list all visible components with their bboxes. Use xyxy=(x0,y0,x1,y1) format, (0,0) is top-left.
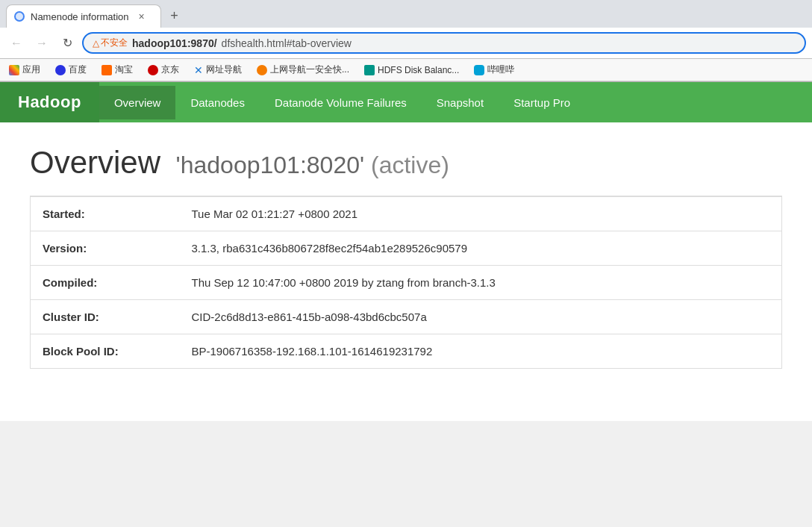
address-rest: dfshealth.html#tab-overview xyxy=(222,37,352,49)
bookmark-taobao[interactable]: 淘宝 xyxy=(99,62,136,78)
table-row: Version: 3.1.3, rba631c436b806728f8ec2f5… xyxy=(31,231,782,266)
row-label: Compiled: xyxy=(31,266,180,300)
bookmark-wangzhi[interactable]: ✕ 网址导航 xyxy=(191,62,245,78)
node-name: 'hadoop101:8020' xyxy=(176,152,364,178)
tab-favicon-icon xyxy=(14,11,25,22)
node-status: (active) xyxy=(371,152,449,178)
bookmark-jd-label: 京东 xyxy=(161,63,179,76)
bookmark-apps-icon xyxy=(9,65,19,75)
bookmark-jd[interactable]: 京东 xyxy=(145,62,182,78)
bookmark-shangwang-label: 上网导航一安全快... xyxy=(270,63,349,76)
bookmark-hdfs[interactable]: HDFS Disk Balanc... xyxy=(361,63,462,77)
bookmark-wangzhi-label: 网址导航 xyxy=(206,63,242,76)
overview-title: Overview xyxy=(30,145,160,180)
bookmark-bilibili[interactable]: 哔哩哔 xyxy=(471,62,517,78)
address-bar[interactable]: △ 不安全 hadoop101:9870/ dfshealth.html#tab… xyxy=(82,32,806,54)
new-tab-button[interactable]: + xyxy=(164,6,185,27)
nav-item-datanodes[interactable]: Datanodes xyxy=(175,86,260,119)
row-value: 3.1.3, rba631c436b806728f8ec2f54ab1e2895… xyxy=(180,231,782,266)
tab-close-button[interactable]: × xyxy=(135,10,149,23)
bookmark-baidu-label: 百度 xyxy=(69,63,87,76)
overview-heading: Overview 'hadoop101:8020' (active) xyxy=(30,145,782,181)
nav-item-overview[interactable]: Overview xyxy=(99,86,176,119)
bookmark-taobao-icon xyxy=(102,65,112,75)
tab-bar: Namenode information × + xyxy=(0,0,812,28)
overview-table: Started: Tue Mar 02 01:21:27 +0800 2021 … xyxy=(30,196,782,369)
address-highlighted: hadoop101:9870/ xyxy=(132,37,217,49)
tab-title: Namenode information xyxy=(31,11,129,22)
row-value: BP-1906716358-192.168.1.101-161461923179… xyxy=(180,334,782,369)
nav-items: Overview Datanodes Datanode Volume Failu… xyxy=(99,86,585,119)
bookmark-baidu-icon xyxy=(55,65,66,75)
node-info: 'hadoop101:8020' (active) xyxy=(169,152,449,178)
nav-bar: ← → ↻ △ 不安全 hadoop101:9870/ dfshealth.ht… xyxy=(0,28,812,59)
hadoop-navigation: Hadoop Overview Datanodes Datanode Volum… xyxy=(0,82,812,122)
row-label: Version: xyxy=(31,231,180,266)
bookmark-bilibili-icon xyxy=(474,65,484,75)
bookmark-hdfs-icon xyxy=(364,65,375,75)
row-label: Cluster ID: xyxy=(31,300,180,334)
row-value: CID-2c6d8d13-e861-415b-a098-43bd6cbc507a xyxy=(180,300,782,334)
bookmarks-bar: 应用 百度 淘宝 京东 ✕ 网址导航 上网导航一安全快... HDFS Disk… xyxy=(0,59,812,81)
bookmark-apps-label: 应用 xyxy=(22,63,40,76)
row-label: Block Pool ID: xyxy=(31,334,180,369)
svg-point-0 xyxy=(16,13,23,20)
hadoop-logo: Hadoop xyxy=(0,82,99,122)
bookmark-jd-icon xyxy=(148,65,158,75)
bookmark-hdfs-label: HDFS Disk Balanc... xyxy=(378,65,459,75)
row-value: Tue Mar 02 01:21:27 +0800 2021 xyxy=(180,197,782,231)
forward-button[interactable]: → xyxy=(31,33,52,54)
bookmark-taobao-label: 淘宝 xyxy=(115,63,133,76)
table-row: Block Pool ID: BP-1906716358-192.168.1.1… xyxy=(31,334,782,369)
active-tab[interactable]: Namenode information × xyxy=(6,4,161,28)
back-button[interactable]: ← xyxy=(6,33,27,54)
bookmark-wangzhi-icon: ✕ xyxy=(194,64,203,76)
bookmark-shangwang-icon xyxy=(257,65,267,75)
bookmark-apps[interactable]: 应用 xyxy=(6,62,43,78)
bookmark-baidu[interactable]: 百度 xyxy=(52,62,90,78)
bookmark-shangwang[interactable]: 上网导航一安全快... xyxy=(254,62,352,78)
row-value: Thu Sep 12 10:47:00 +0800 2019 by ztang … xyxy=(180,266,782,300)
table-row: Cluster ID: CID-2c6d8d13-e861-415b-a098-… xyxy=(31,300,782,334)
reload-button[interactable]: ↻ xyxy=(57,33,78,54)
table-row: Started: Tue Mar 02 01:21:27 +0800 2021 xyxy=(31,197,782,231)
nav-item-startup-pro[interactable]: Startup Pro xyxy=(499,86,585,119)
bookmark-bilibili-label: 哔哩哔 xyxy=(487,63,514,76)
browser-chrome: Namenode information × + ← → ↻ △ 不安全 had… xyxy=(0,0,812,82)
row-label: Started: xyxy=(31,197,180,231)
nav-item-datanode-volume-failures[interactable]: Datanode Volume Failures xyxy=(260,86,422,119)
nav-item-snapshot[interactable]: Snapshot xyxy=(422,86,499,119)
table-row: Compiled: Thu Sep 12 10:47:00 +0800 2019… xyxy=(31,266,782,300)
security-warning: △ 不安全 xyxy=(93,37,128,49)
page-content: Overview 'hadoop101:8020' (active) Start… xyxy=(0,122,812,421)
